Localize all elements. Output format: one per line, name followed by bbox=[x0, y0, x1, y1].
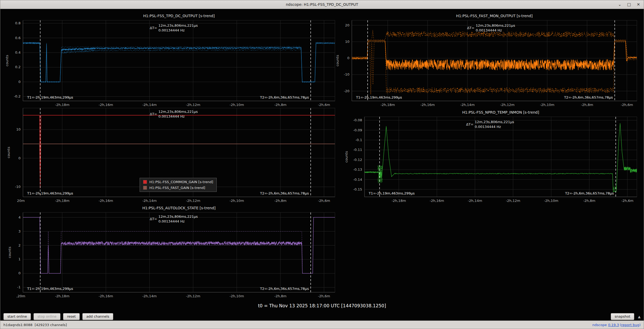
status-bar: h1daqnds1:8088 [429233 channels] ndscope… bbox=[0, 321, 644, 329]
x-tick-label: -2h,12m bbox=[186, 294, 200, 298]
delta-t-label: ΔT= bbox=[466, 122, 473, 126]
x-tick-label: -2h,12m bbox=[500, 103, 515, 107]
x-tick-label: -2h,8m bbox=[274, 294, 286, 298]
trace-mean bbox=[23, 43, 335, 82]
plot-title: H1:PSL-FSS_AUTOLOCK_STATE [s-trend] bbox=[142, 206, 216, 210]
y-tick-label: -0.1 bbox=[356, 138, 362, 142]
x-tick-label: -2h,16m bbox=[99, 199, 113, 203]
x-tick-label: -2h,18m bbox=[55, 103, 70, 107]
t2-cursor-label: T2=-2h,6m,36s,657ms,78µs bbox=[260, 287, 309, 291]
t2-cursor-label: T2=-2h,6m,36s,657ms,78µs bbox=[564, 95, 613, 99]
plot-title: H1:PSL-FSS_TPD_DC_OUTPUT [s-trend] bbox=[143, 14, 215, 18]
snapshot-button[interactable]: snapshot bbox=[611, 313, 634, 320]
y-axis-label: counts bbox=[8, 247, 12, 258]
y-tick-label: -0.11 bbox=[353, 148, 362, 152]
stop-online-button[interactable]: stop online bbox=[34, 313, 60, 320]
legend-item-fast-gain: H1:PSL-FSS_FAST_GAIN [s-trend] bbox=[143, 186, 213, 190]
version-link[interactable]: 0.19.3 bbox=[608, 323, 619, 327]
x-tick-label: -2h,12m bbox=[186, 199, 200, 203]
x-tick-label: -2h,6m bbox=[318, 103, 330, 107]
y-tick-label: 10 bbox=[345, 40, 349, 44]
x-tick-label: -2h,6m bbox=[621, 199, 633, 203]
x-tick-label: -2h,10m bbox=[544, 199, 558, 203]
report-bug-link[interactable]: report bug bbox=[621, 323, 639, 327]
plot-npro-temp-inmon: -2h,18m-2h,16m-2h,14m-2h,12m-2h,10m-2h,8… bbox=[344, 110, 637, 203]
y-tick-label: 0 bbox=[18, 80, 21, 84]
x-tick-label: -2h,10m bbox=[540, 103, 555, 107]
y-tick-label: -0.2 bbox=[14, 94, 21, 98]
plots-canvas[interactable]: -2h,18m-2h,16m-2h,14m-2h,12m-2h,10m-2h,8… bbox=[0, 0, 644, 329]
y-tick-label: -10 bbox=[15, 185, 21, 189]
delta-t-label: ΔT= bbox=[150, 217, 157, 221]
y-tick-label: -0.13 bbox=[353, 168, 362, 172]
x-tick-label: -2h,14m bbox=[142, 103, 157, 107]
reset-button[interactable]: reset bbox=[63, 313, 80, 320]
bug-paren-close: ) bbox=[639, 323, 641, 327]
server-status: h1daqnds1:8088 [429233 channels] bbox=[3, 323, 67, 327]
x-tick-label: -2h,14m bbox=[460, 103, 475, 107]
t2-cursor-label: T2=-2h,6m,36s,657ms,78µs bbox=[260, 191, 309, 195]
plot-frame bbox=[23, 20, 335, 101]
y-tick-label: -20 bbox=[344, 89, 349, 93]
x-tick-label: -2h,14m bbox=[142, 294, 157, 298]
trace-min2 bbox=[613, 186, 617, 191]
ndscope-window: ndscope: H1:PSL-FSS_TPD_DC_OUTPUT ⌄ □ ✕ … bbox=[0, 0, 644, 329]
ndscope-link[interactable]: ndscope bbox=[592, 323, 607, 327]
x-tick-label: -2h,12m bbox=[506, 199, 520, 203]
y-tick-label: 20 bbox=[345, 23, 349, 27]
y-tick-label: 0 bbox=[18, 271, 21, 275]
legend-item-common-gain: H1:PSL-FSS_COMMON_GAIN [s-trend] bbox=[143, 180, 213, 184]
plot-fast-mon-output: -2h,18m-2h,16m-2h,14m-2h,12m-2h,10m-2h,8… bbox=[335, 14, 637, 107]
trace-mean bbox=[352, 41, 637, 70]
t2-cursor-label: T2=-2h,6m,36s,657ms,78µs bbox=[565, 191, 614, 195]
delta-t-value: 12m,23s,806ms,221µs bbox=[476, 24, 515, 27]
scroll-up-arrow-icon[interactable]: ▲ bbox=[638, 315, 641, 319]
delta-t-label: ΔT= bbox=[150, 112, 157, 116]
x-tick-label: -2h,6m bbox=[318, 294, 330, 298]
trace-min bbox=[23, 44, 335, 82]
delta-t-value: 12m,23s,806ms,221µs bbox=[158, 110, 198, 114]
y-tick-label: 0.8 bbox=[15, 21, 21, 25]
x-tick-label: -2h,16m bbox=[420, 103, 435, 107]
plot-frame bbox=[364, 117, 637, 197]
start-online-button[interactable]: start online bbox=[3, 313, 31, 320]
legend-swatch-common-gain bbox=[143, 180, 147, 184]
add-channels-button[interactable]: add channels bbox=[82, 313, 113, 320]
legend-swatch-fast-gain bbox=[143, 186, 147, 190]
x-tick-label-clipped: ,20m bbox=[16, 294, 25, 298]
x-tick-label: -2h,12m bbox=[186, 103, 200, 107]
delta-t-frequency: 0.00134444 Hz bbox=[158, 114, 184, 118]
toolbar: start online stop online reset add chann… bbox=[0, 312, 644, 321]
plot-autolock-state: -2h,18m-2h,16m-2h,14m-2h,12m-2h,10m-2h,8… bbox=[8, 206, 335, 298]
delta-t-label: ΔT= bbox=[150, 26, 157, 30]
delta-t-frequency: 0.00134444 Hz bbox=[475, 125, 501, 129]
x-tick-label: -2h,14m bbox=[142, 199, 157, 203]
trace-common-gain bbox=[23, 115, 335, 188]
x-tick-label: -2h,18m bbox=[381, 103, 395, 107]
delta-t-value: 12m,23s,806ms,221µs bbox=[158, 24, 198, 27]
x-tick-label: -2h,8m bbox=[581, 103, 593, 107]
delta-t-frequency: 0.00134444 Hz bbox=[158, 28, 184, 32]
legend[interactable]: H1:PSL-FSS_COMMON_GAIN [s-trend] H1:PSL-… bbox=[140, 178, 217, 192]
trace-mean bbox=[364, 123, 637, 192]
x-tick-label: -2h,8m bbox=[583, 199, 595, 203]
x-tick-label: -2h,16m bbox=[99, 103, 113, 107]
y-tick-label: 0 bbox=[347, 56, 349, 60]
x-tick-label: -2h,8m bbox=[274, 103, 286, 107]
y-tick-label: 1 bbox=[18, 257, 21, 261]
delta-t-frequency: 0.00134444 Hz bbox=[158, 219, 184, 223]
trace-max bbox=[378, 165, 382, 172]
t2-cursor-label: T2=-2h,6m,36s,657ms,78µs bbox=[260, 95, 309, 99]
y-axis-label: counts bbox=[344, 151, 348, 163]
y-axis-label: counts bbox=[335, 55, 339, 67]
y-tick-label: -0.15 bbox=[353, 187, 362, 191]
delta-t-label: ΔT= bbox=[467, 26, 475, 30]
x-tick-label: -2h,10m bbox=[230, 103, 244, 107]
x-tick-label: -2h,18m bbox=[55, 199, 70, 203]
legend-label-common-gain: H1:PSL-FSS_COMMON_GAIN [s-trend] bbox=[149, 180, 213, 184]
plot-frame bbox=[23, 212, 335, 292]
t1-cursor-label: T1=-2h,19m,463ms,299µs bbox=[27, 95, 73, 99]
trace-max bbox=[352, 30, 637, 57]
y-tick-label: -10 bbox=[344, 72, 349, 76]
plot-tpd-dc-output: -2h,18m-2h,16m-2h,14m-2h,12m-2h,10m-2h,8… bbox=[5, 14, 335, 107]
